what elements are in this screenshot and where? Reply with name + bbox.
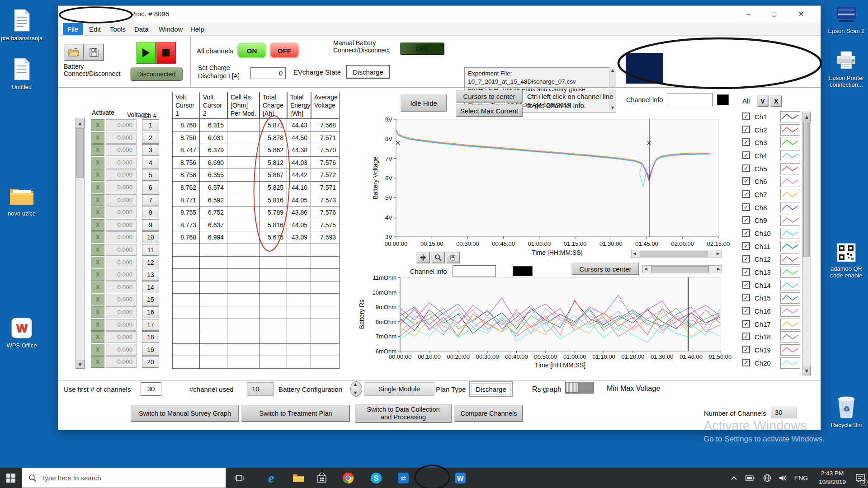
plan-type-value[interactable]: Discharge [469,381,513,397]
activate-cell[interactable]: X [91,257,104,268]
channel-number-cell[interactable]: 5 [142,169,159,181]
channel-checkbox[interactable]: ✓ [742,333,750,340]
edge-icon[interactable]: e [261,468,281,488]
channel-line-style-icon[interactable] [780,267,800,278]
channel-number-cell[interactable]: 4 [142,157,159,169]
store-icon[interactable] [312,468,332,488]
menu-help[interactable]: Help [186,23,209,35]
channel-list-scrollbar[interactable]: ▲ ▼ [802,112,811,375]
channel-line-style-icon[interactable] [780,176,800,187]
channel-line-style-icon[interactable] [780,202,800,213]
activate-cell[interactable]: X [91,331,104,343]
network-globe-icon[interactable] [760,468,775,488]
activate-cell[interactable]: X [91,306,104,318]
channel-checkbox[interactable]: ✓ [742,281,750,289]
uncheck-all-button[interactable]: X [770,95,782,107]
use-first-channels-input[interactable]: 30 [141,382,161,396]
battery-config-spinner[interactable]: ▲ ▼ [350,381,362,397]
channel-info-input[interactable] [667,94,713,106]
channel-line-style-icon[interactable] [780,228,800,239]
activate-cell[interactable]: X [91,319,104,331]
activate-cell[interactable]: X [91,219,104,231]
channel-line-style-icon[interactable] [780,137,800,148]
crosshair-tool-button[interactable] [416,252,430,263]
rs-chart[interactable]: 11mOhm10mOhm9mOhm8mOhm7mOhm6mOhm00:00:00… [358,272,733,378]
channel-checkbox[interactable]: ✓ [742,229,750,237]
activate-cell[interactable]: X [91,344,104,356]
minimize-button[interactable]: – [737,6,760,22]
channel-number-cell[interactable]: 12 [142,257,159,268]
volume-icon[interactable] [776,468,791,488]
activate-cell[interactable]: X [91,356,104,368]
channel-line-style-icon[interactable] [780,124,800,136]
voltage-chart[interactable]: 9V8V7V6V5V4V3V00:00:0000:15:0000:30:0000… [370,113,732,266]
channel-checkbox[interactable]: ✓ [742,268,750,276]
channel-checkbox[interactable]: ✓ [742,255,750,263]
channel-line-style-icon[interactable] [780,292,800,304]
channel-checkbox[interactable]: ✓ [742,113,750,120]
channel-line-style-icon[interactable] [780,111,800,122]
switch-manual-survey-button[interactable]: Switch to Manual Survey Graph [131,405,239,422]
channel-line-style-icon[interactable] [780,241,800,252]
channel-line-style-icon[interactable] [780,305,800,317]
compare-channels-button[interactable]: Compare Channels [454,405,523,422]
channel-number-cell[interactable]: 11 [142,244,159,256]
channel-number-cell[interactable]: 8 [142,206,159,218]
channel-number-cell[interactable]: 18 [142,331,159,343]
start-button[interactable] [0,468,22,488]
scrollbar-thumb[interactable] [76,128,84,178]
menu-tools[interactable]: Tools [105,23,130,35]
channel-line-style-icon[interactable] [780,331,800,343]
desktop-icon-epson-printer[interactable]: Epson Printer connection... [825,50,868,88]
channel-line-style-icon[interactable] [780,280,800,291]
channel-checkbox[interactable]: ✓ [742,294,750,301]
maximize-button[interactable]: ▢ [763,6,785,22]
desktop-icon-adamoo-qr[interactable]: adamoo QR code enable [825,243,868,279]
voltage-chart-scrollbar[interactable]: ◀ ▶ [631,250,722,258]
taskbar-clock[interactable]: 2:43 PM 10/9/2019 [813,469,852,486]
channel-number-cell[interactable]: 15 [142,294,159,305]
channel-line-style-icon[interactable] [780,357,800,369]
taskbar-search[interactable]: Type here to search [22,468,226,488]
scroll-left-icon[interactable]: ◀ [633,251,636,256]
battery-icon[interactable] [742,468,758,488]
activate-cell[interactable]: X [91,231,104,243]
pan-tool-button[interactable] [446,252,460,263]
channel-checkbox[interactable]: ✓ [742,216,750,224]
sync-app-icon[interactable]: ⇄ [393,468,413,488]
scrollbar-thumb[interactable] [640,251,708,257]
scrollbar-thumb[interactable] [803,122,810,257]
disconnected-button[interactable]: Disconnected [130,67,183,81]
channel-checkbox[interactable]: ✓ [742,190,750,198]
channel-checkbox[interactable]: ✓ [742,164,750,172]
run-button[interactable] [136,42,156,64]
desktop-icon-pre-balansiranja[interactable]: pre balansiranja [0,9,43,42]
switch-data-collection-button[interactable]: Switch to Data Collection and Processing [355,404,452,423]
desktop-icon-epson-scan[interactable]: Epson Scan 2 [825,3,868,34]
desktop-icon-wps-office[interactable]: W WPS Office [0,317,43,349]
menu-file[interactable]: File [63,23,83,35]
scroll-up-icon[interactable]: ▲ [75,118,85,127]
channel-checkbox[interactable]: ✓ [742,242,750,250]
activate-cell[interactable]: X [91,132,104,144]
desktop-icon-novo-uzice[interactable]: novo uzice [0,186,43,217]
channel-checkbox[interactable]: ✓ [742,177,750,185]
channel-checkbox[interactable]: ✓ [742,126,750,133]
channel-checkbox[interactable]: ✓ [742,307,750,314]
channel-checkbox[interactable]: ✓ [742,346,750,353]
all-channels-off-button[interactable]: OFF [270,43,299,58]
zoom-tool-button[interactable] [431,252,445,263]
channel-number-cell[interactable]: 17 [142,319,159,331]
channel-line-style-icon[interactable] [780,163,800,174]
skype-icon[interactable]: S [366,468,386,488]
scroll-left-icon[interactable]: ◀ [644,267,647,271]
channel-checkbox[interactable]: ✓ [742,203,750,211]
manual-battery-toggle[interactable]: OFF [400,42,444,55]
cursors-to-center-button[interactable]: Cursors to center [456,90,523,103]
task-view-button[interactable] [230,468,249,488]
menu-window[interactable]: Window [154,23,187,35]
activate-cell[interactable]: X [91,244,104,256]
scroll-down-icon[interactable]: ▼ [609,106,616,110]
scroll-right-icon[interactable]: ▶ [717,267,720,271]
activate-cell[interactable]: X [91,182,104,193]
